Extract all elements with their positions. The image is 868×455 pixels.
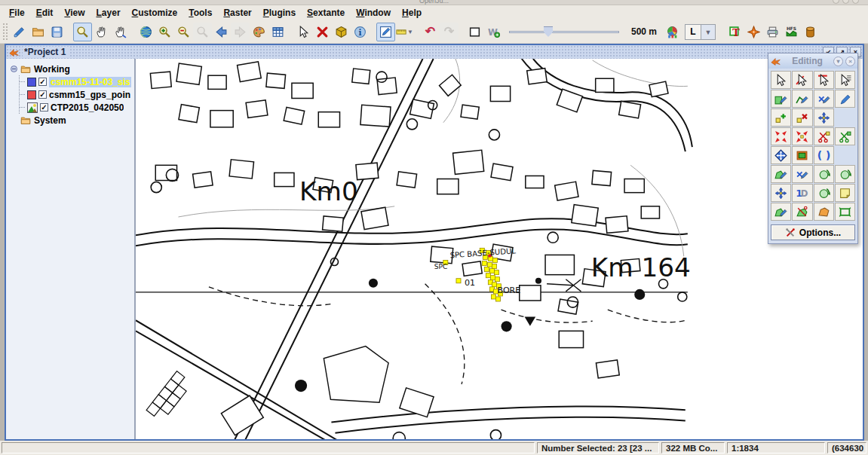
scale-feature-tool[interactable]: [771, 165, 791, 183]
note-tool[interactable]: [835, 184, 855, 202]
tree-expander-icon[interactable]: [11, 66, 17, 72]
label-style-button[interactable]: T: [725, 23, 744, 41]
menu-sextante[interactable]: Sextante: [302, 6, 351, 20]
zoom-full-extent-button[interactable]: [136, 23, 155, 41]
menu-raster[interactable]: Raster: [218, 6, 257, 20]
print-button[interactable]: [763, 23, 782, 41]
menu-view[interactable]: View: [59, 6, 90, 20]
geometry-functions-button[interactable]: [332, 23, 351, 41]
attribute-table-button[interactable]: [268, 23, 287, 41]
editing-options-button[interactable]: Options...: [771, 224, 855, 240]
save-project-button[interactable]: [48, 23, 66, 41]
snap-vertices-to-point-tool[interactable]: [792, 127, 812, 145]
cut-features-tool[interactable]: [835, 127, 855, 145]
pan-tool-button[interactable]: [92, 23, 111, 41]
move-vertex-tool[interactable]: [814, 108, 834, 127]
measure-tool-button[interactable]: ▼: [395, 23, 414, 41]
undo-button[interactable]: ↶: [421, 23, 440, 41]
layer-name[interactable]: CTP2015_042050: [51, 102, 124, 113]
rotate-feature-tool[interactable]: [814, 165, 834, 183]
delete-vertex-tool[interactable]: [792, 108, 812, 127]
zoom-to-selection-button[interactable]: [193, 23, 212, 41]
layer-combo[interactable]: L▼: [685, 24, 716, 40]
draw-linestring-tool[interactable]: [792, 90, 812, 108]
layer-item[interactable]: ✓csmm15-11-03_sis: [20, 75, 134, 88]
fullscreen-view-button[interactable]: [465, 23, 484, 41]
pan-zoom-tool-button[interactable]: [111, 23, 130, 41]
memory-status: 322 MB Co...: [661, 442, 725, 453]
move-feature-tool[interactable]: [771, 146, 791, 164]
editing-panel-collapse-icon[interactable]: ▾: [833, 56, 843, 66]
menu-window[interactable]: Window: [351, 6, 397, 20]
map-view[interactable]: Km0Km 164SPC BASE-SUDULSPC01BORE: [136, 59, 863, 439]
redo-button[interactable]: ↷: [440, 23, 459, 41]
menu-file[interactable]: File: [4, 6, 31, 20]
zoom-tool-button[interactable]: [73, 23, 92, 41]
layer-item[interactable]: ✓CTP2015_042050: [20, 101, 134, 114]
zoom-in-button[interactable]: [155, 23, 174, 41]
edit-linestring-tool[interactable]: [792, 165, 812, 183]
datastore-button[interactable]: [801, 23, 820, 41]
fence-tool[interactable]: [835, 203, 855, 221]
select-vertices-tool[interactable]: [792, 71, 812, 89]
feature-info-button[interactable]: i: [351, 23, 370, 41]
project-frame-titlebar[interactable]: *Project 1 ↙ ↗ ×: [6, 45, 863, 59]
draw-freehand-tool[interactable]: [835, 90, 855, 108]
flip-orientation-tool[interactable]: ( ): [814, 146, 834, 164]
new-task-button[interactable]: [10, 23, 29, 41]
menu-tools[interactable]: Tools: [183, 6, 218, 20]
clip-polygon-tool[interactable]: [792, 203, 812, 221]
split-linestring-tool[interactable]: [814, 127, 834, 145]
insert-vertex-tool[interactable]: [771, 108, 791, 127]
editing-panel-close-icon[interactable]: ×: [845, 56, 855, 66]
layer-combo-arrow-icon[interactable]: ▼: [701, 24, 716, 40]
sextante-toolbox-button[interactable]: [744, 23, 763, 41]
layer-combo-value[interactable]: L: [685, 24, 701, 40]
change-styles-button[interactable]: [250, 23, 268, 41]
chart-statistics-button[interactable]: [663, 23, 682, 41]
layer-visibility-checkbox[interactable]: ✓: [38, 78, 47, 86]
snap-vertices-tool[interactable]: [771, 127, 791, 145]
tree-folder-system[interactable]: System: [11, 114, 134, 127]
zoom-previous-button[interactable]: [212, 23, 231, 41]
zoom-next-button[interactable]: [231, 23, 250, 41]
workbench-w-button[interactable]: W: [484, 23, 503, 41]
zoom-slider[interactable]: [508, 23, 621, 40]
rotate-copy-tool[interactable]: [835, 165, 855, 183]
layer-visibility-checkbox[interactable]: ✓: [38, 90, 47, 99]
menu-help[interactable]: Help: [397, 6, 428, 20]
warp-polygon-tool[interactable]: [771, 203, 791, 221]
open-project-button[interactable]: [29, 23, 48, 41]
clear-selection-button[interactable]: [313, 23, 332, 41]
draw-point-tool[interactable]: [814, 90, 834, 108]
select-feature-tool[interactable]: [771, 71, 791, 89]
map-canvas[interactable]: Km0Km 164SPC BASE-SUDULSPC01BORE: [136, 59, 863, 439]
select-features-button[interactable]: [294, 23, 313, 41]
layer-name[interactable]: csmm15_gps_poin: [49, 90, 130, 100]
layer-item[interactable]: ✓csmm15_gps_poin: [20, 88, 134, 101]
window-controls[interactable]: [833, 0, 859, 4]
menu-edit[interactable]: Edit: [31, 6, 60, 20]
layer-name[interactable]: csmm15-11-03_sis: [49, 77, 131, 87]
menu-layer[interactable]: Layer: [91, 6, 127, 20]
combine-features-tool[interactable]: [792, 146, 812, 164]
vertex-numbering-tool[interactable]: 1D: [792, 184, 812, 202]
move-selected-items-tool[interactable]: [771, 184, 791, 202]
rotate-selection-tool[interactable]: [814, 184, 834, 202]
editing-toolbox-toggle[interactable]: [376, 23, 395, 41]
dropdown-arrow-icon[interactable]: ▼: [407, 29, 413, 35]
select-by-list-tool[interactable]: [835, 71, 855, 89]
window-titlebar: OpenJu...: [0, 0, 868, 5]
menu-customize[interactable]: Customize: [127, 6, 184, 20]
layer-visibility-checkbox[interactable]: ✓: [40, 103, 48, 111]
select-parts-tool[interactable]: [814, 71, 834, 89]
menu-plugins[interactable]: Plugins: [258, 6, 302, 20]
zoom-out-button[interactable]: [174, 23, 193, 41]
editing-panel-logo-icon: [771, 56, 781, 66]
draw-polygon-tool[interactable]: [771, 90, 791, 108]
tree-folder-working[interactable]: Working: [11, 63, 134, 75]
hfs-layer-button[interactable]: HFS: [782, 23, 801, 41]
editing-panel-titlebar[interactable]: Editing ▾ ×: [768, 53, 857, 69]
toolbar-drag-handle[interactable]: [2, 23, 8, 41]
fill-polygon-tool[interactable]: [814, 203, 834, 221]
